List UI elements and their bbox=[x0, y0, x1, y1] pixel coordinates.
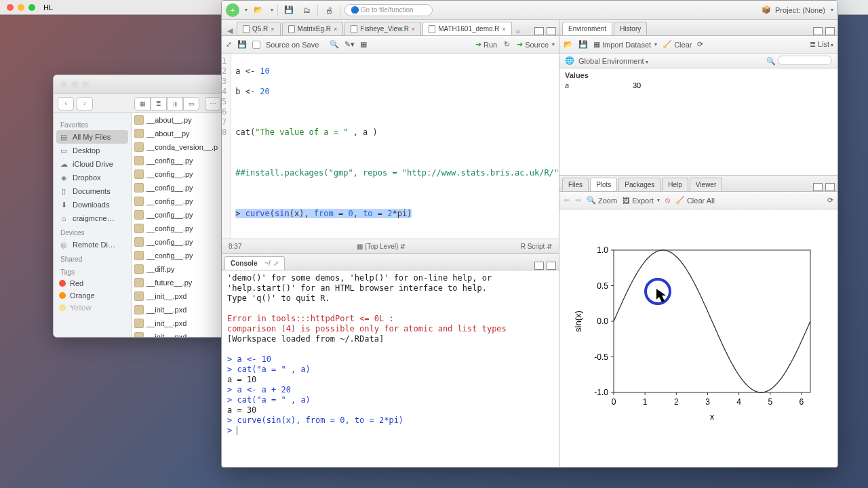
save-workspace-icon[interactable]: 💾 bbox=[578, 40, 588, 49]
env-search-icon[interactable]: 🔍 bbox=[766, 56, 832, 66]
report-icon[interactable]: ▦ bbox=[360, 40, 367, 49]
console-output[interactable]: 'demo()' for some demos, 'help()' for on… bbox=[222, 270, 559, 467]
find-icon[interactable]: 🔍 bbox=[330, 40, 339, 49]
view-icon-list[interactable]: ≣ bbox=[151, 97, 167, 110]
tab-plots[interactable]: Plots bbox=[590, 178, 617, 191]
load-workspace-icon[interactable]: 📂 bbox=[564, 40, 573, 49]
sidebar-item-dropbox[interactable]: ◈Dropbox bbox=[54, 171, 131, 184]
refresh-plots-icon[interactable]: ⟳ bbox=[827, 196, 833, 205]
sidebar-item-downloads[interactable]: ⬇Downloads bbox=[54, 198, 131, 211]
view-mode-button[interactable]: ≣ List▾ bbox=[810, 40, 833, 49]
tab-files[interactable]: Files bbox=[562, 178, 589, 191]
source-button[interactable]: ➔Source▾ bbox=[517, 40, 555, 49]
refresh-icon[interactable]: ⟳ bbox=[697, 40, 703, 49]
list-item[interactable]: __about__py bbox=[132, 127, 225, 140]
print-icon[interactable]: 🖨 bbox=[322, 3, 336, 17]
zoom-button[interactable]: 🔍 Zoom bbox=[587, 196, 617, 205]
close-icon[interactable]: × bbox=[502, 26, 506, 33]
tab-matrixeg[interactable]: MatrixEg.R× bbox=[282, 22, 344, 35]
sidebar-tag-yellow[interactable]: Yellow bbox=[54, 302, 131, 314]
view-icon-columns[interactable]: ⫼ bbox=[167, 97, 183, 110]
tab-viewer[interactable]: Viewer bbox=[690, 178, 722, 191]
maximize-pane-icon[interactable] bbox=[547, 262, 556, 270]
env-scope-selector[interactable]: Global Environment▾ bbox=[578, 57, 648, 65]
list-item[interactable]: __conda_version__.p bbox=[132, 140, 225, 154]
close-icon[interactable]: × bbox=[412, 26, 415, 33]
list-item[interactable]: __config__.py bbox=[132, 249, 225, 262]
forward-button[interactable]: › bbox=[77, 97, 93, 110]
sidebar-item-documents[interactable]: ▯Documents bbox=[54, 184, 131, 198]
list-item[interactable]: __init__.pxd bbox=[132, 330, 225, 337]
list-item[interactable]: __config__.py bbox=[132, 154, 225, 167]
minimize-pane-icon[interactable] bbox=[534, 27, 544, 35]
list-item[interactable]: __diff.py bbox=[132, 262, 225, 276]
rerun-icon[interactable]: ↻ bbox=[504, 40, 510, 49]
list-item[interactable]: __config__.py bbox=[132, 195, 225, 208]
save-all-icon[interactable]: 🗂 bbox=[300, 3, 313, 17]
plot-prev-icon[interactable]: ⬅ bbox=[564, 196, 570, 205]
tab-q5[interactable]: Q5.R× bbox=[237, 22, 281, 35]
list-item[interactable]: __config__.py bbox=[132, 208, 225, 222]
maximize-pane-icon[interactable] bbox=[547, 27, 556, 35]
language-label[interactable]: R Script ⇵ bbox=[521, 243, 552, 250]
editor-code[interactable]: a <- 10 b <- 20 cat("The value of a = " … bbox=[231, 54, 559, 239]
sidebar-item-desktop[interactable]: ▭Desktop bbox=[54, 144, 131, 157]
tab-math1601[interactable]: MATH1601_demo.R× bbox=[422, 22, 512, 35]
tab-console[interactable]: Console ~/ ⤢ bbox=[224, 256, 285, 270]
open-file-icon[interactable]: 📂 bbox=[252, 3, 265, 17]
save-icon[interactable]: 💾 bbox=[237, 40, 247, 49]
tab-environment[interactable]: Environment bbox=[562, 22, 612, 35]
minimize-pane-icon[interactable] bbox=[813, 183, 823, 191]
view-segment[interactable]: ▦ ≣ ⫼ ▭ bbox=[134, 97, 199, 110]
list-item[interactable]: __init__.pxd bbox=[132, 317, 225, 330]
wand-icon[interactable]: ✎▾ bbox=[344, 40, 355, 49]
tab-history[interactable]: History bbox=[614, 22, 647, 35]
tab-nav-left-icon[interactable]: ◀ bbox=[224, 26, 235, 35]
minimize-pane-icon[interactable] bbox=[534, 262, 544, 270]
sidebar-tag-red[interactable]: Red bbox=[54, 277, 131, 289]
sidebar-item-remotedisc[interactable]: ◎Remote Di… bbox=[54, 238, 131, 251]
clear-env-button[interactable]: 🧹 Clear bbox=[663, 40, 692, 49]
view-icon-grid[interactable]: ▦ bbox=[134, 97, 151, 110]
goto-file-input[interactable]: 🔵 Go to file/function bbox=[344, 4, 433, 16]
source-on-save-checkbox[interactable] bbox=[252, 41, 260, 49]
close-icon[interactable]: × bbox=[334, 26, 337, 33]
tab-fisheye[interactable]: Fisheye_View.R× bbox=[344, 22, 421, 35]
list-item[interactable]: __config__.py bbox=[132, 235, 225, 249]
sidebar-item-allmyfiles[interactable]: ▤All My Files bbox=[56, 130, 128, 144]
list-item[interactable]: __about__.py bbox=[132, 113, 225, 127]
sidebar-item-home[interactable]: ⌂craigmcne… bbox=[54, 211, 131, 225]
remove-plot-icon[interactable]: ⦸ bbox=[665, 196, 670, 205]
import-dataset-button[interactable]: ▦ Import Dataset▾ bbox=[593, 40, 657, 49]
tab-overflow-icon[interactable]: » bbox=[513, 27, 523, 35]
maximize-pane-icon[interactable] bbox=[825, 183, 835, 191]
console-popout-icon[interactable]: ⤢ bbox=[273, 260, 279, 267]
list-item[interactable]: __init__.pxd bbox=[132, 303, 225, 317]
env-row[interactable]: a 30 bbox=[565, 81, 832, 89]
run-button[interactable]: ➔Run bbox=[475, 40, 497, 49]
plot-canvas[interactable]: -1.0-0.50.00.51.00123456xsin(x) bbox=[559, 209, 837, 467]
new-file-icon[interactable]: + bbox=[226, 3, 239, 17]
maximize-pane-icon[interactable] bbox=[825, 27, 835, 35]
clear-all-button[interactable]: 🧹 Clear All bbox=[675, 196, 715, 205]
list-item[interactable]: __init__.pxd bbox=[132, 289, 225, 303]
popout-icon[interactable]: ⤢ bbox=[226, 40, 232, 49]
back-button[interactable]: ‹ bbox=[58, 97, 74, 110]
close-icon[interactable]: × bbox=[271, 26, 274, 33]
minimize-pane-icon[interactable] bbox=[813, 27, 823, 35]
plot-next-icon[interactable]: ➡ bbox=[575, 196, 581, 205]
save-icon[interactable]: 💾 bbox=[282, 3, 296, 17]
list-item[interactable]: __config__.py bbox=[132, 167, 225, 181]
sidebar-tag-orange[interactable]: Orange bbox=[54, 289, 131, 302]
scope-selector[interactable]: ▦ (Top Level) ⇵ bbox=[357, 243, 406, 250]
list-item[interactable]: __config__.py bbox=[132, 222, 225, 235]
code-editor[interactable]: 12345678 a <- 10 b <- 20 cat("The value … bbox=[222, 54, 559, 239]
export-button[interactable]: 🖼 Export▾ bbox=[623, 197, 660, 205]
finder-titlebar[interactable] bbox=[54, 75, 225, 94]
view-icon-gallery[interactable]: ▭ bbox=[183, 97, 199, 110]
list-item[interactable]: __config__.py bbox=[132, 181, 225, 195]
env-search-input[interactable] bbox=[778, 56, 832, 65]
sidebar-item-icloud[interactable]: ☁iCloud Drive bbox=[54, 157, 131, 171]
tab-packages[interactable]: Packages bbox=[618, 178, 660, 191]
finder-file-list[interactable]: __about__.py__about__py__conda_version__… bbox=[132, 113, 225, 337]
